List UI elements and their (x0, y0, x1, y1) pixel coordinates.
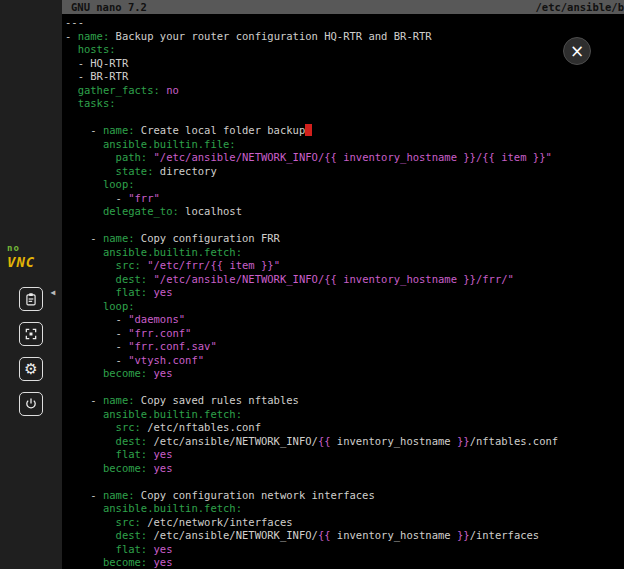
code-segment: state: (116, 165, 154, 177)
code-line: - name: Create local folder backup (65, 124, 624, 138)
code-segment: - (65, 354, 128, 366)
code-segment: tasks: (78, 97, 116, 109)
power-icon (24, 397, 38, 411)
code-line: src: /etc/nftables.conf (65, 421, 624, 435)
clipboard-button[interactable] (19, 287, 43, 311)
text-cursor (305, 124, 311, 136)
code-segment (65, 300, 103, 312)
sidebar-collapse-handle[interactable]: ◀ (46, 285, 60, 301)
code-line: - "daemons" (65, 313, 624, 327)
code-segment: src: (116, 259, 141, 271)
code-segment: flat: (116, 286, 148, 298)
code-area[interactable]: ---- name: Backup your router configurat… (62, 14, 624, 569)
code-segment: ansible.builtin.fetch: (103, 246, 242, 258)
code-segment: directory (154, 165, 217, 177)
code-segment: --- (65, 16, 84, 28)
code-segment: localhost (179, 205, 242, 217)
code-segment: - (65, 313, 128, 325)
code-segment: - (65, 192, 128, 204)
close-icon: × (570, 43, 584, 60)
code-line: gather_facts: no (65, 84, 624, 98)
code-segment: Copy configuration network interfaces (135, 489, 375, 501)
settings-button[interactable]: ⚙ (19, 357, 43, 381)
code-segment: - (65, 327, 128, 339)
code-line (65, 219, 624, 233)
fullscreen-icon (24, 327, 38, 341)
code-line: loop: (65, 178, 624, 192)
code-segment: yes (154, 367, 173, 379)
code-segment (65, 178, 103, 190)
code-segment: "vtysh.conf" (128, 354, 204, 366)
gear-icon: ⚙ (24, 362, 37, 377)
code-line: --- (65, 16, 624, 30)
code-line: - name: Copy configuration FRR (65, 232, 624, 246)
vnc-logo-text: VNC (7, 255, 56, 269)
clipboard-icon (24, 292, 38, 306)
fullscreen-button[interactable] (19, 322, 43, 346)
code-segment: Copy saved rules nftables (135, 394, 299, 406)
code-segment (65, 286, 116, 298)
code-line (65, 381, 624, 395)
code-line: path: "/etc/ansible/NETWORK_INFO/{{ inve… (65, 151, 624, 165)
code-segment: name: (103, 232, 135, 244)
code-line: - name: Copy saved rules nftables (65, 394, 624, 408)
code-line: dest: /etc/ansible/NETWORK_INFO/{{ inven… (65, 435, 624, 449)
code-segment: - (65, 340, 128, 352)
code-segment: become: (103, 462, 147, 474)
code-line: hosts: (65, 43, 624, 57)
code-segment: yes (154, 556, 173, 568)
code-line: flat: yes (65, 286, 624, 300)
code-segment: /etc/network/interfaces (141, 516, 293, 528)
code-segment: - BR-RTR (65, 70, 128, 82)
nano-titlebar: GNU nano 7.2 /etc/ansible/b (62, 0, 624, 14)
code-segment: src: (116, 516, 141, 528)
code-line: ansible.builtin.fetch: (65, 502, 624, 516)
code-line: flat: yes (65, 448, 624, 462)
code-segment: yes (154, 448, 173, 460)
nano-file-path: /etc/ansible/b (535, 0, 624, 14)
code-segment: name: (103, 489, 135, 501)
code-segment: ansible.builtin.fetch: (103, 502, 242, 514)
code-segment: /etc/ansible/NETWORK_INFO/ (147, 435, 318, 447)
code-segment: "frr" (128, 192, 160, 204)
code-segment (65, 543, 116, 555)
code-segment (65, 84, 78, 96)
code-segment: delegate_to: (103, 205, 179, 217)
code-line (65, 111, 624, 125)
code-segment: loop: (103, 300, 135, 312)
code-segment: path: (116, 151, 148, 163)
code-line: dest: "/etc/ansible/NETWORK_INFO/{{ inve… (65, 273, 624, 287)
code-segment: /etc/ansible/NETWORK_INFO/ (147, 529, 318, 541)
code-segment: inventory_hostname (331, 529, 457, 541)
code-segment: /nftables.conf (470, 435, 559, 447)
code-line: - name: Copy configuration network inter… (65, 489, 624, 503)
code-segment: inventory_hostname (331, 435, 457, 447)
code-line: loop: (65, 300, 624, 314)
code-segment: loop: (103, 178, 135, 190)
code-line: delegate_to: localhost (65, 205, 624, 219)
code-line: flat: yes (65, 543, 624, 557)
code-line: become: yes (65, 462, 624, 476)
code-segment: name: (78, 30, 110, 42)
code-segment: - (65, 124, 103, 136)
vnc-viewport: no VNC ◀ ⚙ (0, 0, 624, 569)
power-button[interactable] (19, 392, 43, 416)
code-segment (65, 273, 116, 285)
code-line: - HQ-RTR (65, 57, 624, 71)
code-segment: /etc/nftables.conf (141, 421, 261, 433)
code-segment (65, 151, 116, 163)
code-segment: Copy configuration FRR (135, 232, 280, 244)
code-segment (65, 97, 78, 109)
terminal-window: GNU nano 7.2 /etc/ansible/b ---- name: B… (62, 0, 624, 569)
code-line: dest: /etc/ansible/NETWORK_INFO/{{ inven… (65, 529, 624, 543)
code-segment: gather_facts: (78, 84, 160, 96)
code-segment (65, 43, 78, 55)
code-segment (65, 435, 116, 447)
nano-app-title: GNU nano 7.2 (71, 0, 147, 14)
code-segment: dest: (116, 435, 148, 447)
code-segment: dest: (116, 273, 148, 285)
code-line: state: directory (65, 165, 624, 179)
code-line: ansible.builtin.file: (65, 138, 624, 152)
code-segment: - (65, 30, 78, 42)
close-button[interactable]: × (563, 37, 591, 65)
